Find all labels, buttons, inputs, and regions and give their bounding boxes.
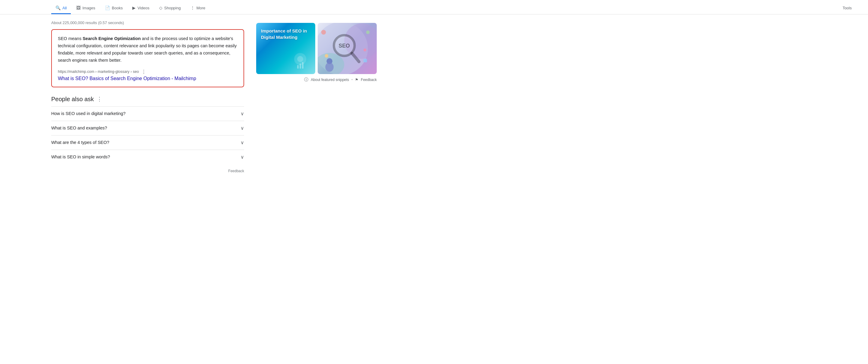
paa-item-1[interactable]: How is SEO used in digital marketing? ∨ — [51, 106, 244, 121]
results-count: About 225,000,000 results (0.57 seconds) — [51, 21, 244, 25]
right-column: Importance of SEO in Digital Marketing — [256, 21, 377, 173]
tab-shopping[interactable]: ◇ Shopping — [155, 2, 185, 14]
paa-item-4[interactable]: What is SEO in simple words? ∨ — [51, 150, 244, 164]
chevron-down-icon-3: ∨ — [241, 140, 244, 145]
svg-point-14 — [325, 54, 329, 58]
chevron-down-icon-1: ∨ — [241, 111, 244, 117]
search-tabs: 🔍 All 🖼 Images 📄 Books ▶ Videos ◇ Shoppi… — [0, 0, 868, 14]
snippet-footer: ⓘ About featured snippets • ⚑ Feedback — [256, 77, 377, 82]
about-featured-snippets-link[interactable]: About featured snippets — [311, 78, 349, 82]
shopping-icon: ◇ — [159, 5, 162, 10]
images-icon: 🖼 — [76, 5, 81, 10]
paa-more-options-icon[interactable]: ⋮ — [97, 96, 102, 102]
separator-dot: • — [351, 78, 352, 82]
snippet-link[interactable]: What is SEO? Basics of Search Engine Opt… — [58, 76, 196, 81]
main-content: About 225,000,000 results (0.57 seconds)… — [0, 14, 434, 173]
tab-tools[interactable]: Tools — [838, 3, 856, 14]
search-icon: 🔍 — [56, 5, 61, 10]
feedback-flag-icon: ⚑ — [355, 78, 358, 82]
tab-images[interactable]: 🖼 Images — [72, 2, 99, 14]
paa-question-4: What is SEO in simple words? — [51, 155, 110, 159]
paa-question-2: What is SEO and examples? — [51, 126, 107, 130]
svg-point-11 — [321, 30, 326, 35]
paa-question-3: What are the 4 types of SEO? — [51, 140, 110, 145]
snippet-image-left[interactable]: Importance of SEO in Digital Marketing — [256, 23, 315, 74]
tab-all[interactable]: 🔍 All — [51, 2, 71, 14]
svg-point-15 — [364, 48, 367, 52]
svg-point-17 — [325, 62, 333, 72]
question-circle-icon: ⓘ — [304, 77, 308, 82]
more-dots-icon: ⋮ — [190, 5, 195, 10]
svg-text:SEO: SEO — [339, 43, 350, 49]
snippet-more-options-icon[interactable]: ⋮ — [141, 69, 146, 75]
seo-graphic: SEO — [318, 23, 377, 74]
bottom-feedback[interactable]: Feedback — [51, 164, 244, 173]
tab-books[interactable]: 📄 Books — [101, 2, 127, 14]
tab-more[interactable]: ⋮ More — [186, 2, 210, 14]
svg-rect-12 — [364, 59, 367, 62]
chevron-down-icon-2: ∨ — [241, 125, 244, 131]
snippet-source: https://mailchimp.com › marketing-glossa… — [58, 69, 238, 75]
books-icon: 📄 — [105, 5, 110, 10]
paa-header: People also ask ⋮ — [51, 96, 244, 103]
paa-question-1: How is SEO used in digital marketing? — [51, 111, 126, 116]
paa-title: People also ask — [51, 96, 94, 103]
snippet-images: Importance of SEO in Digital Marketing — [256, 23, 377, 74]
svg-rect-4 — [302, 62, 304, 69]
snippet-image-right[interactable]: SEO — [318, 23, 377, 74]
paa-item-3[interactable]: What are the 4 types of SEO? ∨ — [51, 135, 244, 150]
paa-item-2[interactable]: What is SEO and examples? ∨ — [51, 121, 244, 135]
left-column: About 225,000,000 results (0.57 seconds)… — [51, 21, 244, 173]
svg-point-1 — [297, 56, 303, 62]
tab-videos[interactable]: ▶ Videos — [128, 2, 154, 14]
chevron-down-icon-4: ∨ — [241, 154, 244, 160]
videos-icon: ▶ — [132, 5, 135, 10]
image-left-text: Importance of SEO in Digital Marketing — [261, 28, 310, 40]
snippet-feedback-link[interactable]: Feedback — [361, 78, 377, 82]
people-also-ask-section: People also ask ⋮ How is SEO used in dig… — [51, 96, 244, 173]
snippet-text: SEO means Search Engine Optimization and… — [58, 35, 238, 64]
featured-snippet: SEO means Search Engine Optimization and… — [51, 29, 244, 87]
tools-section: Tools — [838, 3, 868, 14]
svg-rect-3 — [300, 64, 301, 69]
svg-rect-2 — [297, 65, 299, 69]
svg-point-13 — [366, 30, 370, 34]
